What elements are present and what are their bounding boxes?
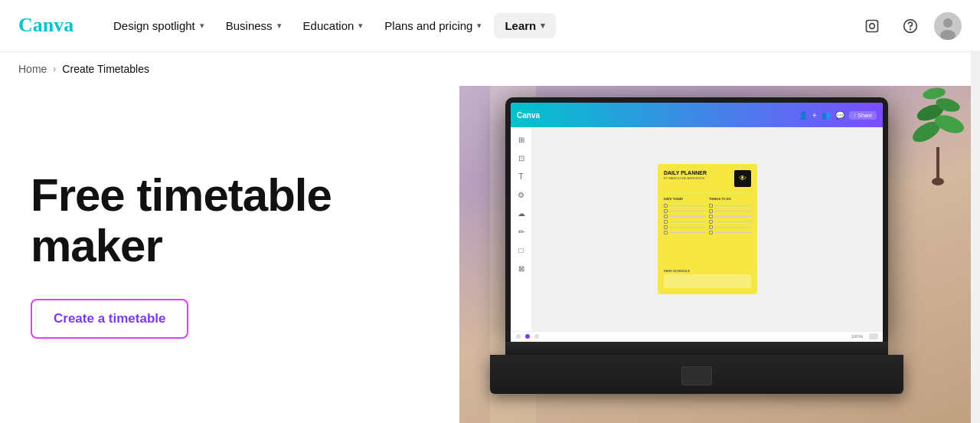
planner-row-t2 [709,209,751,213]
canva-tb-icon-1: 👤 [799,111,808,120]
hero-content: Free timetable maker Create a timetable [0,86,459,423]
home-icon-button[interactable] [858,11,887,41]
planner-header: DAILY PLANNER BY MARCELINE ANDERSON 👁 [664,170,751,187]
chevron-down-icon: ▾ [358,21,363,31]
sidebar-icon-8[interactable]: ⊠ [514,261,529,276]
chevron-down-icon: ▾ [477,21,482,31]
planner-date-label: DATE TODAY [664,197,706,201]
chevron-down-icon: ▾ [277,21,282,31]
laptop: Canva 👤 + 👥 💬 ↑ Share ⊞ ⊡ [490,97,919,423]
canva-page-dot-2[interactable] [525,334,530,339]
breadcrumb-current: Create Timetables [62,63,149,75]
canva-editor-logo: Canva [517,111,540,120]
planner-row-t3 [709,215,751,218]
chevron-down-icon: ▾ [541,21,545,31]
laptop-trackpad [681,366,712,385]
sidebar-icon-2[interactable]: ⊡ [514,150,529,166]
breadcrumb-separator: › [53,64,56,74]
canva-tb-icon-2: + [812,111,817,120]
hero-title: Free timetable maker [31,170,459,271]
navigation: Canva Design spotlight ▾ Business ▾ Educ… [0,0,980,52]
canva-body: ⊞ ⊡ T ⚙ ☁ ✏ □ ⊠ [511,127,883,331]
planner-row-4 [664,220,706,224]
svg-point-4 [910,28,911,29]
planner-row-t1 [709,204,751,208]
planner-col-date: DATE TODAY [664,197,706,267]
svg-point-6 [943,18,952,28]
sidebar-icon-7[interactable]: □ [514,242,529,257]
scrollbar-track [971,0,980,423]
planner-columns: DATE TODAY [664,197,751,267]
nav-learn[interactable]: Learn ▾ [494,13,556,38]
svg-text:Canva: Canva [18,14,74,36]
planner-row-2 [664,209,706,213]
chevron-down-icon: ▾ [200,21,204,31]
canva-tb-icon-3: 👥 [822,111,831,120]
svg-point-2 [870,23,875,28]
sidebar-icon-1[interactable]: ⊞ [514,132,529,147]
planner-col-things: THINGS TO DO [709,197,751,267]
create-timetable-button[interactable]: Create a timetable [31,299,188,339]
nav-plans-pricing[interactable]: Plans and pricing ▾ [375,13,491,38]
canva-bottom-bar: 100% [511,331,883,342]
laptop-screen-bezel: Canva 👤 + 👥 💬 ↑ Share ⊞ ⊡ [505,97,888,342]
planner-row-6 [664,231,706,234]
planner-title: DAILY PLANNER [664,170,707,176]
nav-right [858,11,962,41]
planner-row-t4 [709,220,751,224]
svg-rect-9 [936,147,939,182]
laptop-hinge [505,342,888,355]
sidebar-icon-3[interactable]: T [514,169,529,184]
breadcrumb-home[interactable]: Home [18,63,47,75]
breadcrumb: Home › Create Timetables [0,52,980,86]
planner-row-3 [664,215,706,218]
hero-section: Free timetable maker Create a timetable [0,86,980,423]
planner-row-t6 [709,231,751,234]
canva-canvas-area: DAILY PLANNER BY MARCELINE ANDERSON 👁 [532,127,883,331]
planner-park-label: PARK SCHEDULE [664,269,751,273]
laptop-base [490,355,903,394]
planner-card: DAILY PLANNER BY MARCELINE ANDERSON 👁 [658,164,757,294]
canva-share-button[interactable]: ↑ Share [849,111,877,120]
canva-toolbar: Canva 👤 + 👥 💬 ↑ Share [511,103,883,127]
planner-icon: 👁 [734,170,751,187]
canva-zoom-level: 100% [851,334,863,339]
canva-page-dot-1[interactable] [516,334,521,339]
planner-row-1 [664,204,706,208]
canva-view-icon[interactable] [869,333,878,339]
planner-row-5 [664,225,706,229]
canva-sidebar: ⊞ ⊡ T ⚙ ☁ ✏ □ ⊠ [511,127,532,331]
sidebar-icon-4[interactable]: ⚙ [514,187,529,202]
user-avatar[interactable] [934,12,962,40]
canva-page-dot-3[interactable] [534,334,539,339]
planner-park-area [664,274,751,288]
help-icon-button[interactable] [896,11,925,41]
planner-things-label: THINGS TO DO [709,197,751,201]
svg-rect-1 [867,20,878,31]
planner-divider [664,193,751,194]
nav-links: Design spotlight ▾ Business ▾ Education … [104,13,858,38]
sidebar-icon-5[interactable]: ☁ [514,205,529,221]
plant-decoration [911,86,965,185]
hero-image: Canva 👤 + 👥 💬 ↑ Share ⊞ ⊡ [459,86,980,423]
canva-logo[interactable]: Canva [18,13,80,39]
nav-design-spotlight[interactable]: Design spotlight ▾ [104,13,214,38]
sidebar-icon-6[interactable]: ✏ [514,224,529,239]
canva-tb-icon-4: 💬 [835,111,844,120]
planner-title-block: DAILY PLANNER BY MARCELINE ANDERSON [664,170,707,180]
nav-education[interactable]: Education ▾ [294,13,373,38]
planner-subtitle: BY MARCELINE ANDERSON [664,176,707,180]
nav-business[interactable]: Business ▾ [217,13,291,38]
laptop-screen: Canva 👤 + 👥 💬 ↑ Share ⊞ ⊡ [511,103,883,342]
planner-row-t5 [709,225,751,229]
canva-editor: Canva 👤 + 👥 💬 ↑ Share ⊞ ⊡ [511,103,883,342]
